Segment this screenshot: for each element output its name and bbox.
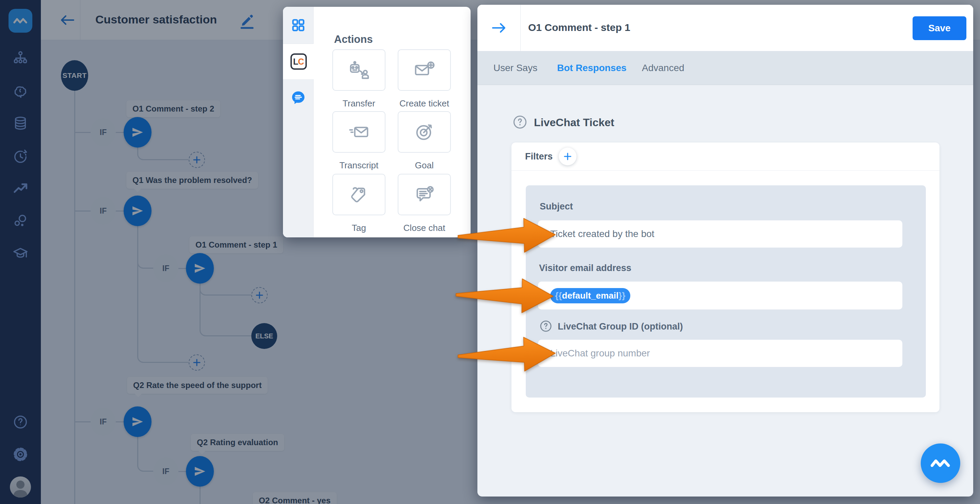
actions-popup: LC Actions Transfer Create ticket Transc… — [283, 7, 471, 238]
visitor-email-label: Visitor email address — [539, 263, 631, 273]
actions-title: Actions — [334, 33, 373, 46]
token-close-brace: }} — [618, 290, 625, 301]
tab-user-says[interactable]: User Says — [493, 63, 537, 73]
tab-chat-actions[interactable] — [283, 80, 313, 115]
add-filter-button[interactable] — [559, 147, 576, 165]
create-ticket-icon — [413, 60, 436, 80]
collapse-panel-button[interactable] — [477, 5, 521, 51]
action-tile-label: Close chat — [398, 223, 451, 233]
livechat-ticket-card: Filters Subject Visitor email address {{… — [511, 143, 939, 412]
app-screen: Customer satisfaction START O1 Comment -… — [0, 0, 980, 504]
token-text: default_email — [562, 290, 618, 301]
livechat-icon: LC — [290, 53, 307, 70]
token-open-brace: {{ — [555, 290, 562, 301]
action-tile-transfer[interactable] — [332, 49, 385, 91]
livechat-ticket-help-icon[interactable] — [513, 115, 527, 131]
editor-title: O1 Comment - step 1 — [528, 22, 630, 33]
chat-widget-launcher[interactable] — [921, 444, 960, 483]
action-tile-close-chat[interactable] — [398, 174, 451, 215]
action-tile-goal[interactable] — [398, 111, 451, 153]
visitor-email-input[interactable]: {{default_email}} — [538, 282, 902, 309]
card-divider — [511, 170, 939, 171]
action-tile-create-ticket[interactable] — [398, 49, 451, 91]
group-id-help-icon[interactable] — [540, 320, 552, 334]
close-chat-icon — [414, 185, 435, 204]
save-button[interactable]: Save — [913, 16, 966, 40]
tab-bot-responses[interactable]: Bot Responses — [557, 63, 627, 73]
editor-header: O1 Comment - step 1 Save — [477, 5, 973, 51]
action-tile-label: Transcript — [332, 160, 385, 171]
tag-icon — [348, 185, 369, 204]
tab-livechat-actions[interactable]: LC — [283, 44, 314, 79]
goal-icon — [414, 122, 435, 142]
tab-advanced[interactable]: Advanced — [642, 63, 684, 73]
subject-label: Subject — [540, 201, 573, 212]
tab-all-actions[interactable] — [283, 8, 313, 43]
action-tile-label: Create ticket — [398, 98, 451, 109]
editor-tabbar: User Says Bot Responses Advanced — [477, 51, 973, 85]
actions-category-rail: LC — [283, 7, 313, 238]
node-editor-panel: O1 Comment - step 1 Save User Says Bot R… — [477, 5, 973, 496]
default-email-token[interactable]: {{default_email}} — [550, 288, 630, 303]
transcript-icon — [348, 122, 370, 142]
grid-icon — [291, 18, 306, 33]
filters-label: Filters — [525, 151, 553, 162]
ticket-fields-group: Subject Visitor email address {{default_… — [526, 185, 926, 398]
group-id-label: LiveChat Group ID (optional) — [558, 322, 683, 332]
chat-bubble-icon — [290, 90, 306, 105]
action-tile-label: Transfer — [332, 98, 385, 109]
group-id-input[interactable] — [538, 340, 902, 367]
action-tile-transcript[interactable] — [332, 111, 385, 153]
action-tile-tag[interactable] — [332, 174, 385, 215]
subject-input[interactable] — [538, 220, 902, 247]
right-arrow-icon — [492, 22, 506, 34]
action-tile-label: Tag — [332, 223, 385, 233]
transfer-icon — [348, 60, 370, 80]
action-tile-label: Goal — [398, 160, 451, 171]
plus-icon — [563, 152, 572, 161]
logo-zigzag-icon — [931, 458, 950, 468]
section-title: LiveChat Ticket — [534, 116, 614, 129]
